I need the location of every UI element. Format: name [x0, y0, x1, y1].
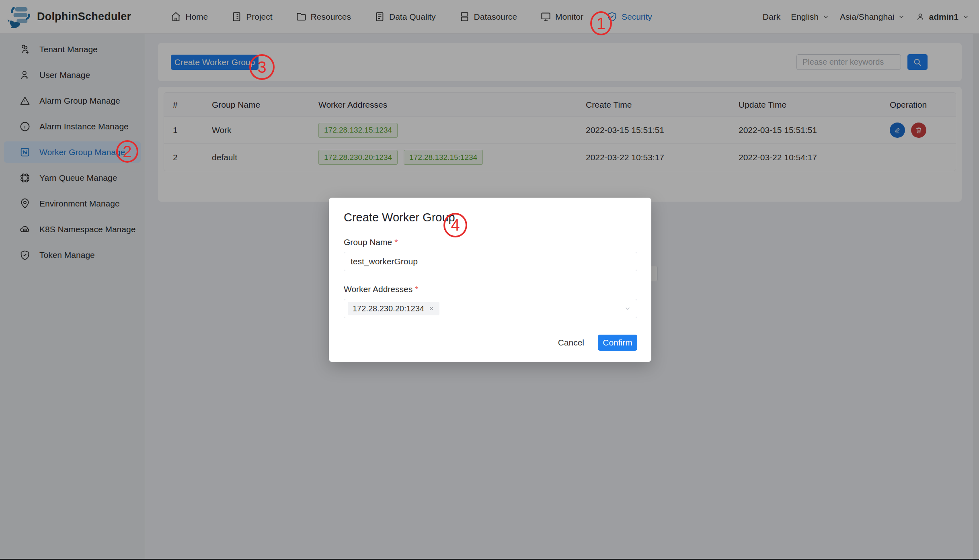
confirm-button[interactable]: Confirm [598, 335, 637, 351]
page: DolphinScheduler Home Project Resources … [0, 0, 979, 560]
selected-address-tag: 172.28.230.20:1234 [348, 302, 439, 315]
cancel-button[interactable]: Cancel [554, 335, 588, 351]
modal-footer: Cancel Confirm [554, 335, 637, 351]
create-worker-group-modal: Create Worker Group Group Name* Worker A… [329, 198, 651, 362]
group-name-input[interactable] [344, 252, 637, 271]
annotation-circle-2: 2 [116, 140, 138, 163]
worker-addresses-select[interactable]: 172.28.230.20:1234 [344, 299, 637, 318]
modal-title: Create Worker Group [344, 211, 637, 224]
selected-address-text: 172.28.230.20:1234 [353, 304, 424, 313]
required-asterisk: * [415, 284, 418, 294]
required-asterisk: * [394, 237, 398, 247]
chevron-down-icon [624, 305, 631, 312]
worker-addresses-label: Worker Addresses* [344, 284, 637, 294]
group-name-label: Group Name* [344, 237, 637, 247]
annotation-circle-3: 3 [249, 54, 275, 80]
annotation-circle-4: 4 [443, 213, 467, 237]
annotation-circle-1: 1 [590, 11, 612, 35]
remove-tag-icon[interactable] [428, 305, 435, 312]
